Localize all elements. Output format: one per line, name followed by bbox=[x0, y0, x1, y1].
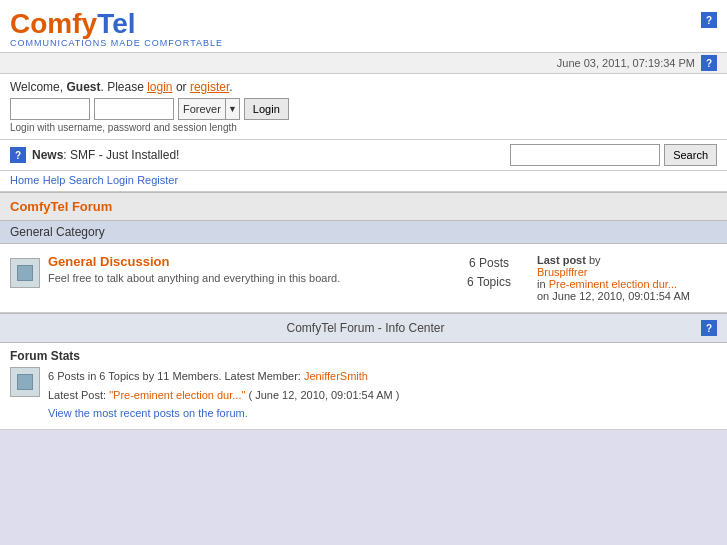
nav-register[interactable]: Register bbox=[137, 174, 178, 186]
welcome-middle: . Please bbox=[100, 80, 147, 94]
board-name: General Discussion bbox=[48, 254, 441, 269]
board-name-link[interactable]: General Discussion bbox=[48, 254, 169, 269]
datetime: June 03, 2011, 07:19:34 PM bbox=[557, 57, 695, 69]
top-bar: June 03, 2011, 07:19:34 PM ? bbox=[0, 53, 727, 74]
session-select[interactable]: Forever ▼ bbox=[178, 98, 240, 120]
fs-line2-suffix: ( June 12, 2010, 09:01:54 AM ) bbox=[245, 389, 399, 401]
login-button[interactable]: Login bbox=[244, 98, 289, 120]
forum-title-link[interactable]: ComfyTel Forum bbox=[10, 199, 112, 214]
latest-member-link[interactable]: JenifferSmith bbox=[304, 370, 368, 382]
fs-line2: Latest Post: "Pre-eminent election dur..… bbox=[48, 386, 399, 405]
login-row: Forever ▼ Login bbox=[10, 98, 717, 120]
search-area: Search bbox=[510, 144, 717, 166]
forum-stats-text: 6 Posts in 6 Topics by 11 Members. Lates… bbox=[48, 367, 399, 423]
help-icon-datetime[interactable]: ? bbox=[701, 55, 717, 71]
forever-label: Forever bbox=[179, 103, 225, 115]
search-input[interactable] bbox=[510, 144, 660, 166]
password-input[interactable] bbox=[94, 98, 174, 120]
logo-subtitle: COMMUNICATIONS MADE COMFORTABLE bbox=[10, 38, 223, 48]
fs-line1-prefix: 6 Posts in 6 Topics by 11 Members. Lates… bbox=[48, 370, 304, 382]
forum-stats-content: 6 Posts in 6 Topics by 11 Members. Lates… bbox=[10, 367, 717, 423]
info-center: ComfyTel Forum - Info Center ? bbox=[0, 313, 727, 343]
nav-home[interactable]: Home bbox=[10, 174, 39, 186]
forum-stats: Forum Stats 6 Posts in 6 Topics by 11 Me… bbox=[0, 343, 727, 430]
news-text: News: SMF - Just Installed! bbox=[32, 148, 179, 162]
search-button[interactable]: Search bbox=[664, 144, 717, 166]
logo: ComfyTel bbox=[10, 8, 223, 40]
welcome-prefix: Welcome, bbox=[10, 80, 66, 94]
last-post: Last post by Brusplffrer in Pre-eminent … bbox=[537, 254, 717, 302]
category-header: General Category bbox=[0, 221, 727, 244]
latest-post-link[interactable]: "Pre-eminent election dur..." bbox=[109, 389, 245, 401]
welcome-or: or bbox=[173, 80, 190, 94]
logo-comfy: Comfy bbox=[10, 8, 97, 39]
nav-search[interactable]: Search bbox=[69, 174, 104, 186]
topics-count: 6 Topics bbox=[457, 273, 521, 292]
board-icon-inner bbox=[17, 265, 33, 281]
username-input[interactable] bbox=[10, 98, 90, 120]
nav-login[interactable]: Login bbox=[107, 174, 134, 186]
recent-posts-link[interactable]: View the most recent posts on the forum. bbox=[48, 407, 248, 419]
last-post-label: Last post bbox=[537, 254, 586, 266]
fs-line2-prefix: Latest Post: bbox=[48, 389, 109, 401]
last-post-date: on June 12, 2010, 09:01:54 AM bbox=[537, 290, 690, 302]
board-row: General Discussion Feel free to talk abo… bbox=[0, 244, 727, 313]
nav-bar: Home Help Search Login Register bbox=[0, 171, 727, 192]
header: ComfyTel COMMUNICATIONS MADE COMFORTABLE… bbox=[0, 0, 727, 53]
posts-count: 6 Posts bbox=[457, 254, 521, 273]
login-hint: Login with username, password and sessio… bbox=[10, 122, 717, 133]
register-link[interactable]: register bbox=[190, 80, 229, 94]
board-info: General Discussion Feel free to talk abo… bbox=[48, 254, 441, 284]
select-arrow[interactable]: ▼ bbox=[225, 99, 239, 119]
welcome-bar: Welcome, Guest. Please login or register… bbox=[0, 74, 727, 140]
news-content: SMF - Just Installed! bbox=[70, 148, 179, 162]
board-icon bbox=[10, 258, 40, 288]
board-stats: 6 Posts 6 Topics bbox=[449, 254, 529, 292]
forum-title-bar: ComfyTel Forum bbox=[0, 192, 727, 221]
fs-icon-inner bbox=[17, 374, 33, 390]
forum-stats-label: Forum Stats bbox=[10, 349, 717, 363]
login-link[interactable]: login bbox=[147, 80, 172, 94]
board-description: Feel free to talk about anything and eve… bbox=[48, 272, 441, 284]
help-icon-news[interactable]: ? bbox=[10, 147, 26, 163]
news-bar: ? News: SMF - Just Installed! Search bbox=[0, 140, 727, 171]
welcome-end: . bbox=[229, 80, 232, 94]
welcome-username: Guest bbox=[66, 80, 100, 94]
logo-tel: Tel bbox=[97, 8, 135, 39]
fs-line3: View the most recent posts on the forum. bbox=[48, 404, 399, 423]
help-icon-top-right[interactable]: ? bbox=[701, 12, 717, 28]
forum-stats-icon bbox=[10, 367, 40, 397]
last-post-in: in bbox=[537, 278, 546, 290]
welcome-text: Welcome, Guest. Please login or register… bbox=[10, 80, 717, 94]
last-post-topic-link[interactable]: Pre-eminent election dur... bbox=[549, 278, 677, 290]
category-link[interactable]: General Category bbox=[10, 225, 105, 239]
news-label: News bbox=[32, 148, 63, 162]
info-center-title: ComfyTel Forum - Info Center bbox=[30, 321, 701, 335]
nav-help[interactable]: Help bbox=[43, 174, 66, 186]
help-icon-info[interactable]: ? bbox=[701, 320, 717, 336]
last-post-by: by bbox=[589, 254, 601, 266]
fs-line1: 6 Posts in 6 Topics by 11 Members. Lates… bbox=[48, 367, 399, 386]
last-post-user-link[interactable]: Brusplffrer bbox=[537, 266, 588, 278]
